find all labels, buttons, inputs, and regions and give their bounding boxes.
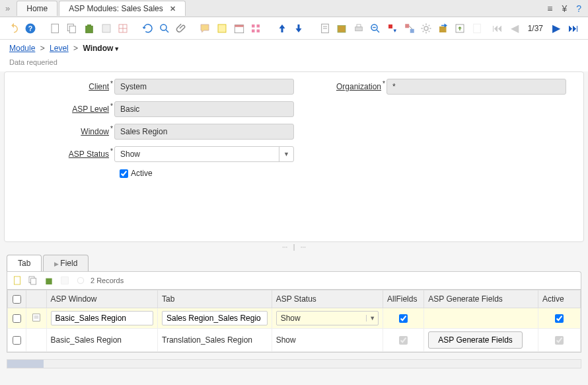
chat-icon[interactable] <box>198 21 213 36</box>
menu-bars-icon[interactable]: ≡ <box>547 3 552 14</box>
cell-allfields-checkbox[interactable] <box>399 314 408 323</box>
svg-rect-41 <box>61 277 69 284</box>
generate-fields-button[interactable]: ASP Generate Fields <box>428 331 523 349</box>
window-label: Window* <box>11 127 114 136</box>
new-detail-icon[interactable] <box>11 275 23 286</box>
detail-toolbar: 2 Records <box>7 271 581 289</box>
save-detail-icon[interactable] <box>59 275 71 286</box>
edit-row-icon[interactable] <box>31 312 42 323</box>
header-all-fields[interactable]: AllFields <box>383 290 424 308</box>
svg-rect-15 <box>235 24 244 26</box>
header-gen-fields[interactable]: ASP Generate Fields <box>424 290 538 308</box>
export-icon[interactable] <box>436 21 451 36</box>
tab-home[interactable]: Home <box>17 1 57 16</box>
select-all-checkbox[interactable] <box>13 295 21 304</box>
status-message: Data requeried <box>0 57 588 71</box>
svg-rect-4 <box>70 26 76 33</box>
row-checkbox[interactable] <box>13 314 21 323</box>
triangle-right-icon: ▶ <box>54 261 59 267</box>
svg-rect-23 <box>338 25 346 32</box>
svg-rect-13 <box>218 24 226 32</box>
asp-status-select[interactable]: Show ▼ <box>114 146 294 162</box>
close-tab-icon[interactable]: ✕ <box>170 5 176 13</box>
archive-icon[interactable] <box>334 21 349 36</box>
record-count: 2 Records <box>91 277 124 284</box>
horizontal-scrollbar[interactable] <box>7 359 581 368</box>
window-field[interactable] <box>114 124 294 140</box>
delete-detail-icon[interactable] <box>43 275 55 286</box>
svg-rect-6 <box>87 24 91 26</box>
process-red-icon[interactable] <box>385 21 400 36</box>
edit-detail-icon[interactable] <box>27 275 39 286</box>
last-record-icon[interactable]: ⏭ <box>566 22 581 34</box>
cell-asp-status: Show <box>272 329 383 352</box>
cell-asp-window[interactable] <box>51 311 153 325</box>
client-label: Client* <box>11 82 114 91</box>
organization-field[interactable] <box>386 79 566 95</box>
svg-rect-40 <box>46 278 52 284</box>
cell-allfields-checkbox <box>399 336 408 345</box>
svg-rect-16 <box>252 24 255 28</box>
delete-record-icon[interactable] <box>82 21 96 36</box>
header-active[interactable]: Active <box>538 290 580 308</box>
table-row[interactable]: Basic_Sales Region Translation_Sales Reg… <box>8 329 581 352</box>
attachment-icon[interactable] <box>174 21 189 36</box>
table-row[interactable]: Show ▼ <box>8 308 581 329</box>
report-icon[interactable] <box>318 21 332 36</box>
cell-tab[interactable] <box>162 311 268 325</box>
calendar-icon[interactable] <box>232 21 246 36</box>
prev-record-icon[interactable]: ◀ <box>508 22 521 34</box>
help-icon[interactable]: ? <box>24 21 38 36</box>
tab-field[interactable]: ▶Field <box>43 255 89 271</box>
breadcrumb-current[interactable]: Window <box>83 44 113 53</box>
workflow-icon[interactable] <box>402 21 417 36</box>
save-record-icon[interactable] <box>99 21 114 36</box>
expand-sidebar-icon[interactable]: » <box>5 3 10 13</box>
chevron-down-double-icon[interactable]: ¥ <box>562 3 567 14</box>
header-asp-window[interactable]: ASP Window <box>46 290 157 308</box>
refresh-detail-icon[interactable] <box>75 275 87 286</box>
import-icon[interactable] <box>453 21 467 36</box>
svg-rect-43 <box>32 314 40 321</box>
arrow-down-icon[interactable] <box>291 21 306 36</box>
copy-record-icon[interactable] <box>65 21 80 36</box>
panel-splitter[interactable]: ··· | ··· <box>0 242 588 252</box>
note-icon[interactable] <box>215 21 229 36</box>
next-record-icon[interactable]: ▶ <box>550 22 563 34</box>
header-asp-status[interactable]: ASP Status <box>272 290 383 308</box>
print-icon[interactable] <box>351 21 366 36</box>
svg-rect-17 <box>257 24 260 28</box>
organization-label: Organization* <box>334 82 386 91</box>
dropdown-icon[interactable]: ▼ <box>366 315 378 321</box>
grid-toggle-icon[interactable] <box>116 21 130 36</box>
tab-tab[interactable]: Tab <box>7 255 42 271</box>
cell-tab: Translation_Sales Region <box>158 329 272 352</box>
cell-asp-status-select[interactable]: Show ▼ <box>276 311 379 325</box>
breadcrumb-level[interactable]: Level <box>50 44 69 53</box>
header-tab[interactable]: Tab <box>158 290 272 308</box>
scrollbar-thumb[interactable] <box>7 360 44 368</box>
client-field[interactable] <box>114 79 294 95</box>
asp-level-field[interactable] <box>114 101 294 117</box>
tab-asp-modules[interactable]: ASP Modules: Sales Sales ✕ <box>59 1 186 16</box>
first-record-icon[interactable]: ⏮ <box>490 22 505 34</box>
help-question-icon[interactable]: ? <box>576 3 581 14</box>
header-checkbox <box>8 290 26 308</box>
gear-icon[interactable] <box>419 21 433 36</box>
breadcrumb-module[interactable]: Module <box>9 44 35 53</box>
search-icon[interactable] <box>157 21 172 36</box>
arrow-up-icon[interactable] <box>275 21 289 36</box>
grid-icon[interactable] <box>248 21 263 36</box>
new-record-icon[interactable] <box>48 21 63 36</box>
undo-icon[interactable] <box>7 21 21 36</box>
svg-rect-36 <box>474 24 481 33</box>
svg-rect-18 <box>252 29 255 32</box>
zoom-out-icon[interactable] <box>369 21 383 36</box>
breadcrumb-dropdown-icon[interactable]: ▼ <box>114 46 120 52</box>
doc-faded-icon[interactable] <box>470 21 484 36</box>
refresh-icon[interactable] <box>141 21 155 36</box>
active-checkbox[interactable] <box>120 169 128 178</box>
dropdown-icon[interactable]: ▼ <box>279 147 293 161</box>
cell-active-checkbox[interactable] <box>555 314 564 323</box>
row-checkbox[interactable] <box>13 336 21 345</box>
